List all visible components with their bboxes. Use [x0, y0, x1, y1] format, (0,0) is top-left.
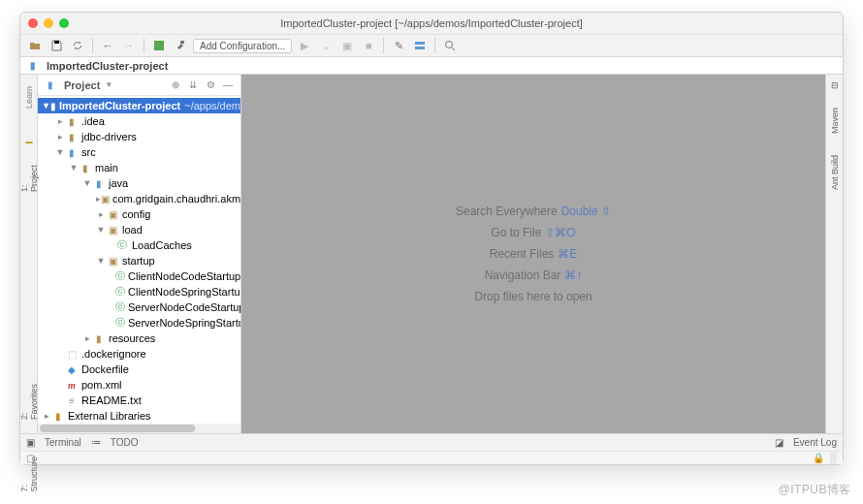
collapse-right-icon[interactable]: ⊟: [831, 80, 839, 90]
main-area: Learn 1: Project 2: Favorites 7: Structu…: [20, 75, 843, 433]
svg-line-6: [452, 47, 455, 50]
favorites-tool[interactable]: 2: Favorites: [19, 380, 39, 424]
tree-file-dockerfile[interactable]: ◆Dockerfile: [38, 362, 240, 377]
tree-class-cls2[interactable]: ⓒClientNodeSpringStartup: [38, 284, 240, 299]
tree-package-model[interactable]: ▸▣com.gridgain.chaudhri.akmal.model: [38, 191, 240, 206]
hammer-icon[interactable]: [172, 37, 189, 54]
eventlog-icon[interactable]: ◪: [775, 437, 783, 448]
project-view-title[interactable]: Project: [64, 79, 100, 91]
ide-window: ImportedCluster-project [~/apps/demos/Im…: [19, 12, 844, 465]
tree-package-startup[interactable]: ▼▣startup: [38, 253, 240, 268]
chevron-down-icon[interactable]: ▾: [104, 80, 113, 89]
toolbar-separator: [434, 38, 435, 53]
learn-tool[interactable]: Learn: [24, 82, 34, 112]
toolbar-separator: [383, 38, 384, 53]
project-panel: ▮ Project ▾ ⊕ ⇊ ⚙ — ▼▮ ImportedCluster-p…: [38, 75, 241, 433]
settings-icon[interactable]: ⚙: [204, 79, 217, 92]
build-icon[interactable]: [150, 37, 168, 54]
open-icon[interactable]: [26, 37, 44, 54]
todo-tool[interactable]: TODO: [111, 437, 139, 448]
traffic-lights: [28, 18, 69, 28]
zoom-button[interactable]: [59, 18, 69, 28]
hint-goto: Go to File⇧⌘O: [491, 226, 575, 239]
terminal-tool[interactable]: Terminal: [45, 437, 81, 448]
status-bar: ▣Terminal ≔TODO ◪Event Log: [20, 433, 843, 451]
bulb-icon[interactable]: [25, 142, 33, 143]
toolbar-separator: [144, 38, 144, 53]
tree-root[interactable]: ▼▮ ImportedCluster-project ~/apps/demos/…: [38, 98, 240, 113]
hint-recent: Recent Files⌘E: [490, 247, 578, 261]
titlebar: ImportedCluster-project [~/apps/demos/Im…: [20, 13, 843, 34]
svg-rect-0: [54, 41, 59, 44]
tree-folder-src[interactable]: ▼▮src: [38, 144, 240, 160]
search-icon[interactable]: [441, 37, 459, 54]
editor-empty-state[interactable]: Search EverywhereDouble ⇧ Go to File⇧⌘O …: [241, 75, 825, 433]
close-button[interactable]: [28, 18, 38, 28]
project-structure-icon[interactable]: [411, 37, 429, 54]
hint-drop: Drop files here to open: [474, 290, 591, 303]
tree-class-loadcaches[interactable]: ⓒLoadCaches: [38, 237, 240, 253]
left-tool-gutter: Learn 1: Project 2: Favorites 7: Structu…: [20, 75, 38, 433]
breadcrumb-bar[interactable]: ▮ ImportedCluster-project: [20, 57, 843, 75]
window-title: ImportedCluster-project [~/apps/demos/Im…: [280, 17, 583, 29]
tree-folder-resources[interactable]: ▸▮resources: [38, 331, 240, 346]
ant-tool[interactable]: Ant Build: [830, 151, 840, 194]
structure-tool[interactable]: 7: Structure: [19, 453, 39, 496]
collapse-icon[interactable]: ⇊: [186, 79, 200, 92]
maven-tool[interactable]: Maven: [830, 104, 840, 138]
folder-icon: ▮: [26, 60, 40, 72]
coverage-icon: ▣: [338, 37, 356, 54]
hint-navbar: Navigation Bar⌘↑: [485, 268, 583, 282]
sync-icon[interactable]: [69, 37, 86, 54]
scrollbar-thumb[interactable]: [40, 425, 195, 432]
tree-file-readme[interactable]: ≡README.txt: [38, 393, 240, 408]
todo-icon[interactable]: ≔: [91, 437, 101, 448]
hide-icon[interactable]: —: [221, 79, 235, 92]
svg-rect-2: [180, 41, 184, 44]
tree-folder-jdbc[interactable]: ▸▮jdbc-drivers: [38, 129, 240, 144]
svg-rect-1: [154, 41, 164, 50]
indicator-icon[interactable]: ░: [830, 453, 837, 463]
tree-class-cls1[interactable]: ⓒClientNodeCodeStartup: [38, 268, 240, 284]
tree-file-dockerignore[interactable]: ⬚.dockerignore: [38, 346, 240, 362]
project-tool[interactable]: 1: Project: [19, 161, 39, 196]
project-panel-header: ▮ Project ▾ ⊕ ⇊ ⚙ —: [38, 75, 240, 96]
tree-class-cls3[interactable]: ⓒServerNodeCodeStartup: [38, 299, 240, 315]
tree-folder-java[interactable]: ▼▮java: [38, 175, 240, 191]
footer-bar: ▢ 🔒 ░: [20, 451, 843, 464]
back-icon[interactable]: ←: [99, 37, 116, 54]
tree-file-pom[interactable]: mpom.xml: [38, 377, 240, 393]
add-configuration-button[interactable]: Add Configuration...: [193, 39, 292, 53]
terminal-icon[interactable]: ▣: [26, 437, 35, 448]
svg-rect-3: [415, 42, 425, 45]
event-log-tool[interactable]: Event Log: [793, 437, 837, 448]
breadcrumb-root: ImportedCluster-project: [47, 60, 168, 72]
tree-folder-idea[interactable]: ▸▮.idea: [38, 113, 240, 129]
toolbar-separator: [92, 38, 93, 53]
tree-class-cls4[interactable]: ⓒServerNodeSpringStartup: [38, 315, 240, 331]
right-tool-gutter: ⊟ Maven Ant Build: [825, 75, 843, 433]
forward-icon: →: [120, 37, 138, 54]
horizontal-scrollbar[interactable]: [38, 424, 240, 433]
lock-icon[interactable]: 🔒: [813, 453, 824, 463]
watermark: @ITPUB博客: [778, 482, 851, 498]
hint-search: Search EverywhereDouble ⇧: [456, 205, 611, 218]
stop-icon: ■: [360, 37, 377, 54]
main-toolbar: ← → Add Configuration... ▶ ⌄ ▣ ■ ✎: [20, 34, 843, 57]
tree-package-config[interactable]: ▸▣config: [38, 206, 240, 222]
locate-icon[interactable]: ⊕: [169, 79, 182, 92]
tree-folder-main[interactable]: ▼▮main: [38, 160, 240, 175]
svg-rect-4: [415, 47, 425, 49]
save-icon[interactable]: [48, 37, 65, 54]
wrench-icon[interactable]: ✎: [390, 37, 407, 54]
tree-external-libraries[interactable]: ▸▮External Libraries: [38, 408, 240, 424]
svg-point-5: [446, 42, 453, 48]
project-header-icon: ▮: [44, 79, 57, 91]
debug-icon: ⌄: [317, 37, 335, 54]
run-icon: ▶: [296, 37, 313, 54]
tree-package-load[interactable]: ▼▣load: [38, 222, 240, 237]
project-tree[interactable]: ▼▮ ImportedCluster-project ~/apps/demos/…: [38, 96, 240, 433]
minimize-button[interactable]: [44, 18, 53, 28]
